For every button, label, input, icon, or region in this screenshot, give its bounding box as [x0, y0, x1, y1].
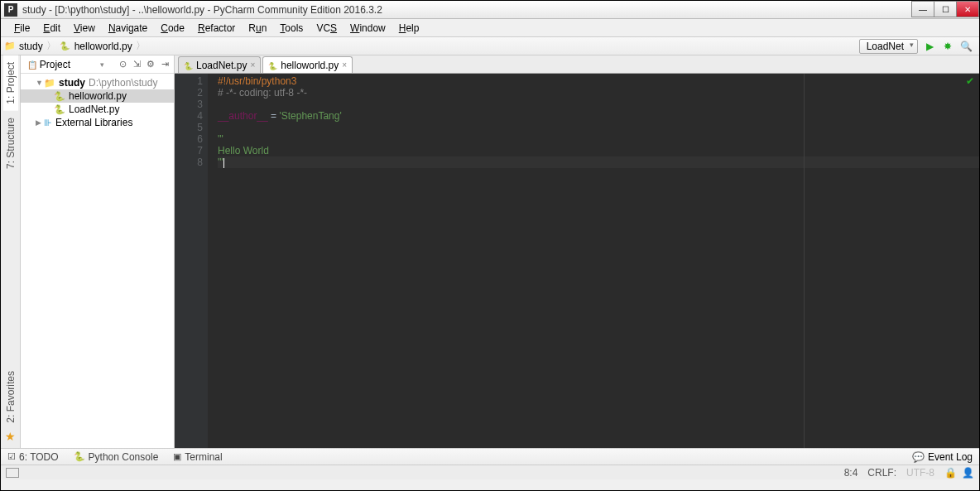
- code-content[interactable]: #!/usr/bin/python3 # -*- coding: utf-8 -…: [208, 74, 979, 448]
- status-bar: 8:4 CRLF: UTF-8 🔒 👤: [1, 465, 979, 479]
- file-encoding[interactable]: UTF-8: [906, 467, 934, 479]
- tab-helloworld[interactable]: helloworld.py ×: [262, 56, 353, 73]
- inspection-ok-icon[interactable]: ✔: [966, 75, 974, 87]
- tool-python-console[interactable]: 🐍Python Console: [74, 451, 159, 463]
- star-icon: ★: [5, 430, 16, 443]
- navigation-bar: study 〉 helloworld.py 〉 LoadNet ▶ ✸ 🔍: [1, 37, 979, 55]
- tool-window-bar: ☑6: TODO 🐍Python Console ▣Terminal 💬Even…: [1, 448, 979, 465]
- menu-navigate[interactable]: Navigate: [102, 21, 154, 36]
- panel-view-dropdown[interactable]: ▾: [100, 60, 104, 69]
- toolwindow-toggle-icon[interactable]: [6, 468, 19, 478]
- tree-root[interactable]: ▼📁 study D:\python\study: [21, 76, 174, 89]
- sidebar-project-tab[interactable]: 1: Project: [3, 55, 18, 111]
- sidebar-favorites-tab[interactable]: 2: Favorites: [3, 364, 18, 430]
- tree-file-loadnet[interactable]: 🐍LoadNet.py: [21, 103, 174, 116]
- breadcrumb-sep: 〉: [136, 39, 146, 53]
- menu-tools[interactable]: Tools: [273, 21, 310, 36]
- left-gutter: 1: Project 7: Structure 2: Favorites ★: [1, 55, 21, 448]
- line-separator[interactable]: CRLF:: [867, 467, 896, 479]
- python-icon: [184, 60, 193, 71]
- run-icon[interactable]: ▶: [923, 40, 936, 53]
- panel-title[interactable]: Project: [24, 59, 100, 70]
- menu-vcs[interactable]: VCS: [310, 21, 343, 36]
- menu-window[interactable]: Window: [343, 21, 392, 36]
- tab-close-icon[interactable]: ×: [342, 60, 347, 70]
- right-margin-guide: [804, 74, 805, 448]
- python-icon: [268, 60, 277, 71]
- editor-area: LoadNet.py × helloworld.py × 12345678 #!…: [175, 55, 979, 448]
- scroll-from-source-icon[interactable]: ⊙: [117, 59, 128, 70]
- breadcrumb-sep: 〉: [46, 39, 56, 53]
- event-log[interactable]: 💬Event Log: [912, 451, 973, 463]
- readonly-lock-icon[interactable]: 🔒: [944, 467, 957, 479]
- tree-file-helloworld[interactable]: 🐍helloworld.py: [21, 89, 174, 103]
- menu-file[interactable]: File: [7, 21, 36, 36]
- breadcrumb-file[interactable]: helloworld.py: [74, 41, 132, 52]
- tab-close-icon[interactable]: ×: [250, 60, 255, 70]
- app-icon: P: [4, 3, 17, 17]
- caret-position[interactable]: 8:4: [844, 467, 858, 479]
- project-panel: Project ▾ ⊙ ⇲ ⚙ ⇥ ▼📁 study D:\python\stu…: [21, 55, 175, 448]
- close-button[interactable]: ✕: [956, 1, 979, 17]
- settings-icon[interactable]: ⚙: [145, 59, 156, 70]
- tool-terminal[interactable]: ▣Terminal: [173, 451, 222, 463]
- project-tree: ▼📁 study D:\python\study 🐍helloworld.py …: [21, 74, 174, 132]
- text-cursor: [223, 158, 224, 168]
- minimize-button[interactable]: —: [911, 1, 934, 17]
- sidebar-structure-tab[interactable]: 7: Structure: [3, 111, 18, 176]
- breadcrumb-root[interactable]: study: [19, 41, 43, 52]
- tree-external-libraries[interactable]: ▶⊪ External Libraries: [21, 116, 174, 129]
- menu-view[interactable]: View: [67, 21, 102, 36]
- folder-icon: [4, 40, 17, 53]
- hide-icon[interactable]: ⇥: [159, 59, 171, 70]
- menu-refactor[interactable]: Refactor: [191, 21, 242, 36]
- code-editor[interactable]: 12345678 #!/usr/bin/python3 # -*- coding…: [175, 74, 979, 448]
- maximize-button[interactable]: ☐: [934, 1, 957, 17]
- tab-loadnet[interactable]: LoadNet.py ×: [178, 56, 261, 73]
- window-title: study - [D:\python\study] - ..\helloworl…: [22, 4, 912, 16]
- tool-todo[interactable]: ☑6: TODO: [7, 451, 59, 463]
- search-icon[interactable]: 🔍: [959, 40, 973, 53]
- editor-tabs: LoadNet.py × helloworld.py ×: [175, 55, 979, 74]
- title-bar: P study - [D:\python\study] - ..\hellowo…: [1, 1, 979, 19]
- collapse-all-icon[interactable]: ⇲: [131, 59, 142, 70]
- hector-icon[interactable]: 👤: [962, 467, 974, 479]
- project-panel-header: Project ▾ ⊙ ⇲ ⚙ ⇥: [21, 55, 174, 74]
- menu-run[interactable]: Run: [242, 21, 273, 36]
- menu-code[interactable]: Code: [154, 21, 191, 36]
- menu-bar: File Edit View Navigate Code Refactor Ru…: [1, 19, 979, 37]
- menu-help[interactable]: Help: [392, 21, 426, 36]
- run-config-dropdown[interactable]: LoadNet: [859, 39, 918, 54]
- menu-edit[interactable]: Edit: [36, 21, 67, 36]
- line-gutter: 12345678: [175, 74, 208, 448]
- debug-icon[interactable]: ✸: [941, 40, 954, 53]
- python-icon: [60, 40, 73, 53]
